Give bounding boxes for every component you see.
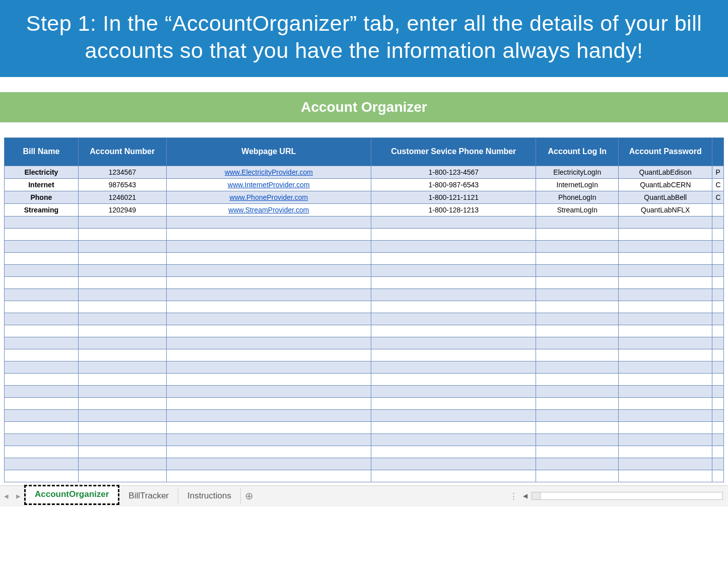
empty-cell[interactable]: [536, 458, 619, 470]
empty-cell[interactable]: [536, 276, 619, 288]
empty-cell[interactable]: [166, 325, 371, 337]
empty-cell[interactable]: [371, 228, 536, 240]
empty-cell[interactable]: [536, 288, 619, 301]
cell-url[interactable]: www.PhoneProvider.com: [166, 191, 371, 203]
empty-cell[interactable]: [166, 313, 371, 325]
empty-cell[interactable]: [5, 228, 79, 240]
empty-cell[interactable]: [78, 313, 166, 325]
empty-cell[interactable]: [166, 349, 371, 361]
sheet-tab-instructions[interactable]: Instructions: [178, 488, 241, 504]
empty-cell[interactable]: [5, 252, 79, 264]
empty-cell[interactable]: [371, 421, 536, 433]
cell-phone[interactable]: 1-800-128-1213: [371, 203, 536, 216]
empty-cell[interactable]: [619, 373, 712, 385]
empty-cell[interactable]: [78, 264, 166, 276]
empty-cell[interactable]: [536, 433, 619, 446]
cell-bill-name[interactable]: Streaming: [5, 203, 79, 216]
empty-cell[interactable]: [166, 240, 371, 252]
table-row[interactable]: [5, 313, 724, 325]
cell-password[interactable]: QuantLabCERN: [619, 178, 712, 191]
empty-cell[interactable]: [619, 264, 712, 276]
cell-bill-name[interactable]: Internet: [5, 178, 79, 191]
empty-cell[interactable]: [536, 301, 619, 313]
cell-extra[interactable]: [712, 203, 724, 216]
empty-cell[interactable]: [619, 361, 712, 373]
cell-account-number[interactable]: 1234567: [78, 166, 166, 178]
empty-cell[interactable]: [166, 433, 371, 446]
empty-cell[interactable]: [712, 325, 724, 337]
empty-cell[interactable]: [78, 288, 166, 301]
empty-cell[interactable]: [5, 373, 79, 385]
empty-cell[interactable]: [78, 240, 166, 252]
empty-cell[interactable]: [712, 409, 724, 421]
empty-cell[interactable]: [5, 458, 79, 470]
table-row[interactable]: [5, 301, 724, 313]
provider-link[interactable]: www.StreamProvider.com: [228, 206, 309, 214]
empty-cell[interactable]: [619, 446, 712, 458]
empty-cell[interactable]: [371, 288, 536, 301]
cell-phone[interactable]: 1-800-123-4567: [371, 166, 536, 178]
empty-cell[interactable]: [536, 349, 619, 361]
empty-cell[interactable]: [5, 240, 79, 252]
empty-cell[interactable]: [5, 216, 79, 228]
provider-link[interactable]: www.InternetProvider.com: [228, 181, 310, 189]
empty-cell[interactable]: [5, 301, 79, 313]
empty-cell[interactable]: [166, 337, 371, 349]
empty-cell[interactable]: [5, 337, 79, 349]
table-row[interactable]: [5, 433, 724, 446]
empty-cell[interactable]: [371, 240, 536, 252]
empty-cell[interactable]: [166, 228, 371, 240]
empty-cell[interactable]: [619, 276, 712, 288]
empty-cell[interactable]: [712, 433, 724, 446]
table-row[interactable]: [5, 421, 724, 433]
empty-cell[interactable]: [166, 458, 371, 470]
empty-cell[interactable]: [712, 288, 724, 301]
empty-cell[interactable]: [5, 446, 79, 458]
hscroll-left-icon[interactable]: ◀: [523, 492, 527, 499]
empty-cell[interactable]: [78, 349, 166, 361]
table-row[interactable]: Streaming1202949www.StreamProvider.com1-…: [5, 203, 724, 216]
tab-nav-next-icon[interactable]: ▸: [12, 491, 24, 501]
table-row[interactable]: [5, 264, 724, 276]
empty-cell[interactable]: [5, 288, 79, 301]
table-row[interactable]: [5, 276, 724, 288]
empty-cell[interactable]: [712, 301, 724, 313]
empty-cell[interactable]: [712, 397, 724, 409]
cell-login[interactable]: StreamLogIn: [536, 203, 619, 216]
empty-cell[interactable]: [619, 301, 712, 313]
empty-cell[interactable]: [619, 216, 712, 228]
empty-cell[interactable]: [712, 240, 724, 252]
cell-extra[interactable]: C: [712, 178, 724, 191]
cell-url[interactable]: www.ElectricityProvider.com: [166, 166, 371, 178]
empty-cell[interactable]: [619, 385, 712, 397]
cell-extra[interactable]: P: [712, 166, 724, 178]
empty-cell[interactable]: [5, 409, 79, 421]
empty-cell[interactable]: [166, 252, 371, 264]
empty-cell[interactable]: [371, 470, 536, 482]
empty-cell[interactable]: [166, 373, 371, 385]
table-row[interactable]: [5, 252, 724, 264]
empty-cell[interactable]: [166, 409, 371, 421]
empty-cell[interactable]: [619, 228, 712, 240]
cell-password[interactable]: QuantLabNFLX: [619, 203, 712, 216]
empty-cell[interactable]: [78, 446, 166, 458]
empty-cell[interactable]: [5, 433, 79, 446]
empty-cell[interactable]: [712, 361, 724, 373]
empty-cell[interactable]: [371, 433, 536, 446]
empty-cell[interactable]: [78, 409, 166, 421]
empty-cell[interactable]: [619, 313, 712, 325]
empty-cell[interactable]: [5, 325, 79, 337]
table-row[interactable]: [5, 288, 724, 301]
empty-cell[interactable]: [5, 349, 79, 361]
empty-cell[interactable]: [536, 216, 619, 228]
add-sheet-button[interactable]: ⊕: [241, 490, 258, 502]
table-row[interactable]: [5, 458, 724, 470]
table-row[interactable]: [5, 216, 724, 228]
empty-cell[interactable]: [166, 301, 371, 313]
cell-phone[interactable]: 1-800-987-6543: [371, 178, 536, 191]
empty-cell[interactable]: [712, 458, 724, 470]
table-row[interactable]: [5, 397, 724, 409]
empty-cell[interactable]: [536, 361, 619, 373]
empty-cell[interactable]: [78, 470, 166, 482]
empty-cell[interactable]: [371, 446, 536, 458]
